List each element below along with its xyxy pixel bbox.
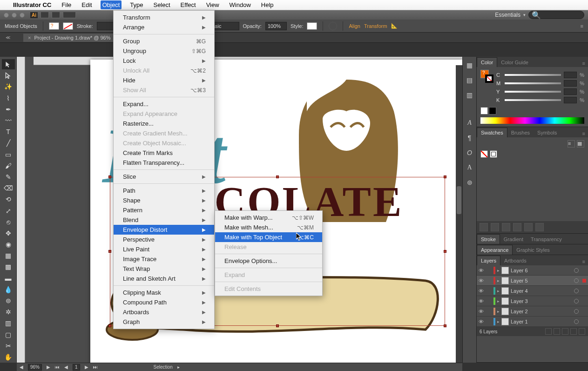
type-tool[interactable]: T bbox=[2, 127, 15, 137]
envelope-menu-make-with-top-object[interactable]: Make with Top Object⌥⌘C bbox=[215, 232, 322, 242]
layer-name[interactable]: Layer 2 bbox=[511, 309, 572, 314]
paragraph-icon[interactable]: ¶ bbox=[464, 132, 475, 143]
expand-layer-icon[interactable]: ▸ bbox=[497, 309, 500, 314]
panel-menu-icon[interactable]: ≡ bbox=[580, 60, 588, 67]
document-tab[interactable]: × Project - Drawing 1.draw* @ 96% bbox=[23, 33, 116, 42]
align-panel-link[interactable]: Align bbox=[349, 23, 360, 29]
mesh-tool[interactable]: ▩ bbox=[2, 262, 15, 272]
app-name[interactable]: Illustrator CC bbox=[13, 1, 51, 8]
object-menu-clipping-mask[interactable]: Clipping Mask▶ bbox=[114, 288, 214, 297]
make-clipping-mask-icon[interactable] bbox=[554, 328, 560, 335]
swatch-kind-icon[interactable] bbox=[491, 223, 499, 231]
mac-menu-effect[interactable]: Effect bbox=[179, 0, 198, 9]
vertical-ruler[interactable] bbox=[17, 57, 25, 363]
color-slider-y[interactable] bbox=[505, 91, 561, 93]
color-value-m[interactable] bbox=[564, 80, 577, 87]
stroke-swatch[interactable] bbox=[63, 22, 73, 30]
lasso-tool[interactable]: ⌇ bbox=[2, 93, 15, 103]
layer-row[interactable]: 👁▸Layer 5 bbox=[477, 276, 588, 286]
properties-icon[interactable]: ▦ bbox=[464, 60, 475, 71]
object-menu-envelope-distort[interactable]: Envelope Distort▶ bbox=[114, 225, 214, 235]
layer-name[interactable]: Layer 3 bbox=[511, 298, 572, 304]
mac-menu-object[interactable]: Object bbox=[101, 0, 122, 9]
next-artboard-icon[interactable]: ▶ bbox=[85, 364, 88, 370]
tab-stroke[interactable]: Stroke bbox=[477, 234, 500, 244]
pen-tool[interactable]: ✒ bbox=[2, 104, 15, 115]
expand-layer-icon[interactable]: ▸ bbox=[497, 278, 500, 283]
new-swatch-icon[interactable] bbox=[524, 223, 533, 231]
panel-menu-icon[interactable]: ≡ bbox=[580, 130, 588, 137]
object-menu-expand[interactable]: Expand... bbox=[114, 99, 214, 109]
scale-tool[interactable]: ⤢ bbox=[2, 205, 15, 216]
color-slider-m[interactable] bbox=[505, 82, 561, 84]
object-menu-compound-path[interactable]: Compound Path▶ bbox=[114, 297, 214, 307]
glyphs-icon[interactable]: A bbox=[464, 162, 475, 173]
graphic-style-swatch[interactable] bbox=[307, 22, 317, 30]
color-value-y[interactable] bbox=[564, 88, 577, 95]
arrange-docs-icon[interactable] bbox=[63, 12, 76, 18]
dock-toggle-icon[interactable]: ≪ bbox=[6, 35, 10, 40]
first-artboard-icon[interactable]: ⏮ bbox=[55, 364, 60, 370]
prev-artboard-icon[interactable]: ◀ bbox=[64, 364, 68, 370]
zoom-in-icon[interactable]: ▶ bbox=[47, 364, 50, 370]
opentype-icon[interactable]: O bbox=[464, 147, 475, 158]
delete-layer-icon[interactable] bbox=[579, 328, 585, 335]
object-menu-graph[interactable]: Graph▶ bbox=[114, 317, 214, 327]
tab-color-guide[interactable]: Color Guide bbox=[497, 58, 532, 67]
layer-row[interactable]: 👁▸Layer 3 bbox=[477, 296, 588, 306]
color-value-k[interactable] bbox=[564, 97, 577, 103]
pencil-tool[interactable]: ✎ bbox=[2, 172, 15, 182]
tab-layers[interactable]: Layers bbox=[477, 256, 500, 265]
tab-graphic-styles[interactable]: Graphic Styles bbox=[513, 245, 554, 255]
new-sublayer-icon[interactable] bbox=[562, 328, 568, 335]
color-slider-k[interactable] bbox=[505, 99, 561, 101]
object-menu-artboards[interactable]: Artboards▶ bbox=[114, 307, 214, 317]
tab-swatches[interactable]: Swatches bbox=[477, 128, 507, 137]
tab-color[interactable]: Color bbox=[477, 57, 497, 67]
object-menu-rasterize[interactable]: Rasterize... bbox=[114, 119, 214, 128]
visibility-icon[interactable]: 👁 bbox=[479, 288, 485, 294]
last-artboard-icon[interactable]: ⏭ bbox=[93, 364, 98, 370]
target-icon[interactable] bbox=[574, 309, 579, 314]
layer-name[interactable]: Layer 4 bbox=[511, 288, 572, 294]
mac-menu-window[interactable]: Window bbox=[228, 0, 253, 9]
libraries-icon[interactable]: ▤ bbox=[464, 74, 475, 86]
links-icon[interactable]: ▥ bbox=[464, 89, 475, 101]
fill-stroke-indicator[interactable]: ? bbox=[480, 70, 493, 83]
artboard-number[interactable]: 1 bbox=[73, 364, 80, 371]
layer-name[interactable]: Layer 1 bbox=[511, 319, 572, 324]
close-tab-icon[interactable]: × bbox=[28, 35, 31, 40]
panel-menu-icon[interactable]: ≡ bbox=[580, 258, 588, 265]
perspective-grid-tool[interactable]: ▦ bbox=[2, 250, 15, 261]
target-icon[interactable] bbox=[574, 268, 579, 273]
bridge-icon[interactable] bbox=[41, 12, 49, 18]
white-swatch[interactable] bbox=[480, 107, 488, 115]
zoom-level[interactable]: 96% bbox=[28, 364, 42, 371]
target-icon[interactable] bbox=[574, 299, 579, 304]
workspace-switcher[interactable]: Essentials bbox=[495, 12, 520, 18]
direct-selection-tool[interactable] bbox=[2, 70, 15, 81]
gradient-tool[interactable]: ▬ bbox=[2, 273, 15, 283]
visibility-icon[interactable]: 👁 bbox=[479, 278, 485, 283]
expand-layer-icon[interactable]: ▸ bbox=[497, 289, 500, 293]
object-menu-ungroup[interactable]: Ungroup⇧⌘G bbox=[114, 46, 214, 56]
cc-libraries-icon[interactable]: ⊚ bbox=[464, 177, 475, 188]
target-icon[interactable] bbox=[574, 319, 579, 324]
object-menu-transform[interactable]: Transform▶ bbox=[114, 13, 214, 22]
vertical-scrollbar[interactable] bbox=[456, 65, 462, 363]
object-menu-line-and-sketch-art[interactable]: Line and Sketch Art▶ bbox=[114, 274, 214, 283]
options-menu-icon[interactable]: ≡ bbox=[581, 23, 583, 29]
mac-menu-select[interactable]: Select bbox=[151, 0, 172, 9]
zoom-window-icon[interactable] bbox=[20, 13, 25, 18]
visibility-icon[interactable]: 👁 bbox=[479, 319, 485, 324]
object-menu-pattern[interactable]: Pattern▶ bbox=[114, 205, 214, 215]
object-menu-slice[interactable]: Slice▶ bbox=[114, 172, 214, 182]
mac-menu-file[interactable]: File bbox=[60, 0, 73, 9]
layer-name[interactable]: Layer 5 bbox=[511, 278, 572, 283]
swatch-options-icon[interactable] bbox=[502, 223, 510, 231]
character-icon[interactable]: A bbox=[464, 117, 475, 128]
slice-tool[interactable]: ✂ bbox=[2, 341, 15, 351]
shape-builder-tool[interactable]: ◉ bbox=[2, 239, 15, 250]
mac-menu-edit[interactable]: Edit bbox=[80, 0, 94, 9]
expand-layer-icon[interactable]: ▸ bbox=[497, 299, 500, 304]
